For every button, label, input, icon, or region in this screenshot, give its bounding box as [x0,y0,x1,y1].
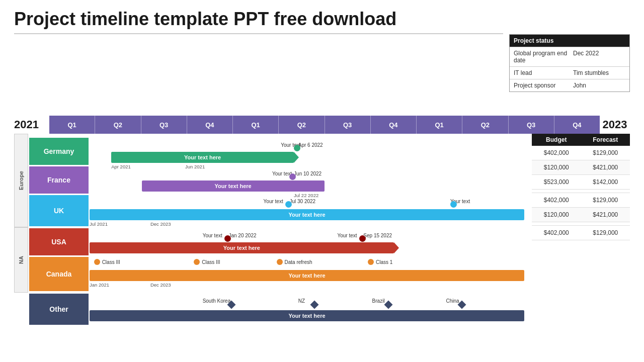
q1-2022: Q1 [233,116,279,134]
q2-2023: Q2 [462,116,508,134]
status-row-1: Global program end date Dec 2022 [510,47,629,66]
status-row-3: Project sponsor John [510,79,629,92]
budget-germany: $402,000 [532,146,581,160]
canada-class4: Class 1 [368,259,392,265]
germany-row: Your text Apr 6 2022 Your text here Apr … [90,138,524,165]
q4-2023: Q4 [554,116,600,134]
uk-bar: Your text here [90,209,524,220]
germany-milestone-dot: Apr 6 2022 [298,140,323,149]
timeline-container: 2021 Q1 Q2 Q3 Q4 Q1 Q2 Q3 Q4 Q1 Q2 Q3 Q4… [14,116,630,134]
canada-bar: Your text here [90,270,524,281]
forecast-uk: $142,000 [581,175,630,189]
canada-date-end: Dec 2023 [150,282,171,288]
usa-milestone1-label: Your text [203,230,222,239]
germany-dot [294,145,300,151]
forecast-col-header: Forecast [581,134,630,146]
france-bar: Your text here [142,180,325,192]
q3-2021: Q3 [141,116,187,134]
uk-dot2 [450,201,457,208]
other-diamond2-label: NZ [298,296,305,305]
france-dot [289,173,296,180]
timeline-header: 2021 Q1 Q2 Q3 Q4 Q1 Q2 Q3 Q4 Q1 Q2 Q3 Q4… [14,116,630,134]
status-value-1: Dec 2022 [573,50,599,64]
budget-uk: $523,000 [532,175,581,189]
canada-row: Class III Class III Data refresh Class 1… [90,257,524,291]
france-milestone-label: Your text [272,168,292,177]
title-area: Project timeline template PPT free downl… [14,9,503,34]
region-na: NA [14,227,28,293]
page-title: Project timeline template PPT free downl… [14,9,503,29]
uk-date-start: Jul 2021 [90,221,108,227]
canada-class2: Class III [194,259,220,265]
budget-usa: $402,000 [532,193,581,207]
status-label-1: Global program end date [514,50,569,64]
title-divider [14,33,503,34]
france-milestone-date: Jun 10 2022 [294,168,321,177]
other-diamond3 [384,301,392,309]
region-europe: Europe [14,134,28,227]
project-status-header: Project status [510,35,629,47]
usa-row: Your text Jan 20 2022 Your text Sep 15 2… [90,228,524,255]
canada-date-start: Jan 2021 [90,282,109,288]
other-diamond1-label: South Korea [203,296,231,305]
country-germany: Germany [29,138,89,165]
status-value-2: Tim stumbles [573,69,609,76]
germany-bar: Your text here [111,152,294,163]
other-row: South Korea NZ Brazil China Your text he… [90,294,524,325]
q3-2022: Q3 [325,116,371,134]
budget-row-other: $402,000 $129,000 [532,225,630,240]
usa-milestone1-date: Jan 20 2022 [228,230,256,239]
uk-date-end: Dec 2023 [150,221,171,227]
status-row-2: IT lead Tim stumbles [510,66,629,79]
other-diamond3-label: Brazil [372,296,385,305]
forecast-germany: $129,000 [581,146,630,160]
budget-row-canada: $120,000 $421,000 [532,208,630,222]
budget-row-france: $120,000 $421,000 [532,160,630,175]
year-right: 2023 [600,118,630,131]
uk-dot1 [285,201,292,208]
q1-2021: Q1 [49,116,95,134]
usa-dot1 [224,235,231,242]
uk-milestone1-label: Your text [264,196,283,205]
usa-milestone2-label: Your text [337,230,357,239]
country-uk: UK [29,195,89,226]
budget-col-header: Budget [532,134,581,146]
canada-class1: Class III [94,259,120,265]
year-left: 2021 [14,118,49,131]
q4-2021: Q4 [187,116,233,134]
forecast-canada: $421,000 [581,208,630,222]
country-france: France [29,166,89,194]
other-diamond4-label: China [446,296,459,305]
forecast-other: $129,000 [581,226,630,240]
project-status-table: Project status Global program end date D… [509,34,630,92]
q2-2022: Q2 [279,116,325,134]
other-diamond2 [310,301,318,309]
budget-header: Budget Forecast [532,134,630,146]
q1-2023: Q1 [417,116,462,134]
usa-milestone2-date: Sep 15 2022 [363,230,392,239]
budget-france: $120,000 [532,160,581,174]
quarters-bar: Q1 Q2 Q3 Q4 Q1 Q2 Q3 Q4 Q1 Q2 Q3 Q4 [49,116,600,134]
usa-dot2 [359,235,366,242]
country-usa: USA [29,228,89,255]
status-label-2: IT lead [514,69,569,76]
budget-other: $402,000 [532,226,581,240]
forecast-france: $421,000 [581,160,630,174]
q2-2021: Q2 [95,116,141,134]
status-label-3: Project sponsor [514,82,569,89]
q4-2022: Q4 [371,116,417,134]
uk-row: Your text Jul 30 2022 Your text Your tex… [90,195,524,226]
usa-bar: Your text here [90,242,394,253]
forecast-usa: $129,000 [581,193,630,207]
france-row: Your text Jun 10 2022 Your text here Jul… [90,166,524,194]
canada-class3: Data refresh [277,259,312,265]
other-bar: Your text here [90,310,524,321]
uk-milestone1-date: Jul 30 2022 [289,196,315,205]
budget-row-germany: $402,000 $129,000 [532,146,630,160]
budget-row-usa: $402,000 $129,000 [532,193,630,208]
budget-row-uk: $523,000 $142,000 [532,175,630,190]
budget-canada: $120,000 [532,208,581,222]
status-value-3: John [573,82,586,89]
gantt-area: Europe NA Germany Your text Apr 6 2022 Y… [14,134,630,357]
country-canada: Canada [29,257,89,291]
